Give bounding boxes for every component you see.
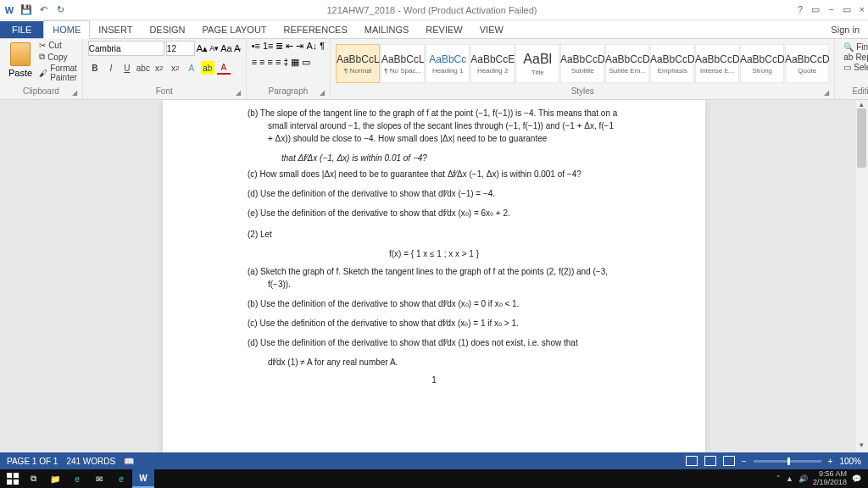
status-page[interactable]: PAGE 1 OF 1 — [7, 457, 58, 466]
zoom-slider[interactable] — [754, 460, 821, 463]
tab-references[interactable]: REFERENCES — [275, 21, 356, 38]
multilevel-icon[interactable]: ≣ — [275, 41, 283, 52]
help-icon[interactable]: ? — [798, 4, 803, 15]
italic-button[interactable]: I — [104, 61, 118, 75]
word-taskbar-icon[interactable]: W — [132, 469, 154, 488]
save-icon[interactable]: 💾 — [20, 4, 32, 16]
proofing-icon[interactable]: 📖 — [124, 457, 134, 466]
bullets-icon[interactable]: •≡ — [252, 41, 260, 52]
bold-button[interactable]: B — [88, 61, 102, 75]
font-color-icon[interactable]: A — [217, 61, 231, 75]
tab-insert[interactable]: INSERT — [90, 21, 141, 38]
doc-text: that Δf⁄Δx (−1, Δx) is within 0.01 of −4… — [248, 152, 620, 164]
edge-icon[interactable]: e — [66, 469, 88, 488]
align-right-icon[interactable]: ≡ — [268, 57, 273, 68]
maximize-icon[interactable]: ▭ — [843, 4, 851, 15]
start-button[interactable] — [3, 469, 22, 488]
close-icon[interactable]: × — [860, 4, 865, 15]
vertical-scrollbar[interactable]: ▴ ▾ — [854, 100, 868, 452]
mail-icon[interactable]: ✉ — [88, 469, 110, 488]
style-heading-1[interactable]: AaBbCcHeading 1 — [426, 44, 470, 83]
style-heading-2[interactable]: AaBbCcEHeading 2 — [470, 44, 515, 83]
style--no-spac-[interactable]: AaBbCcL¶ No Spac... — [381, 44, 425, 83]
clear-format-icon[interactable]: A̶ — [234, 43, 241, 54]
replace-button[interactable]: abReplace — [843, 53, 868, 62]
text-effects-icon[interactable]: A — [185, 61, 198, 75]
zoom-level[interactable]: 100% — [839, 457, 861, 466]
status-words[interactable]: 241 WORDS — [66, 457, 115, 466]
tab-file[interactable]: FILE — [0, 21, 43, 38]
scroll-down-icon[interactable]: ▾ — [855, 441, 868, 452]
sort-icon[interactable]: A↓ — [306, 41, 317, 52]
paste-icon — [10, 42, 31, 66]
decrease-indent-icon[interactable]: ⇤ — [286, 41, 293, 52]
underline-button[interactable]: U — [120, 61, 134, 75]
increase-indent-icon[interactable]: ⇥ — [296, 41, 303, 52]
change-case-icon[interactable]: Aa — [220, 43, 231, 53]
font-name-input[interactable] — [88, 41, 164, 56]
tab-review[interactable]: REVIEW — [417, 21, 470, 38]
minimize-icon[interactable]: − — [828, 4, 833, 15]
doc-text: (d) Use the definition of the derivative… — [248, 336, 620, 349]
style-strong[interactable]: AaBbCcDStrong — [740, 44, 784, 83]
format-painter-button[interactable]: 🖌Format Painter — [39, 64, 77, 82]
styles-gallery[interactable]: AaBbCcL¶ NormalAaBbCcL¶ No Spac...AaBbCc… — [336, 41, 829, 86]
action-center-icon[interactable]: 💬 — [852, 474, 861, 483]
subscript-button[interactable]: x2 — [153, 61, 166, 75]
clipboard-launcher-icon[interactable]: ◢ — [72, 89, 81, 97]
align-center-icon[interactable]: ≡ — [259, 57, 264, 68]
font-size-input[interactable] — [166, 41, 195, 56]
sign-in-link[interactable]: Sign in — [822, 21, 868, 38]
line-spacing-icon[interactable]: ‡ — [283, 57, 288, 68]
tab-mailings[interactable]: MAILINGS — [356, 21, 418, 38]
tray-up-icon[interactable]: ˄ — [776, 474, 781, 483]
read-mode-icon[interactable] — [686, 456, 698, 466]
select-button[interactable]: ▭Select▾ — [843, 63, 868, 72]
align-left-icon[interactable]: ≡ — [252, 57, 257, 68]
show-marks-icon[interactable]: ¶ — [320, 41, 325, 52]
document-area[interactable]: (b) The slope of the tangent line to the… — [0, 100, 868, 452]
superscript-button[interactable]: x2 — [169, 61, 182, 75]
tab-view[interactable]: VIEW — [471, 21, 512, 38]
style-emphasis[interactable]: AaBbCcDEmphasis — [650, 44, 694, 83]
tab-home[interactable]: HOME — [43, 20, 90, 39]
shading-icon[interactable]: ▦ — [291, 57, 299, 68]
grow-font-icon[interactable]: A▴ — [197, 43, 208, 54]
cut-button[interactable]: ✂Cut — [39, 41, 77, 50]
tab-page-layout[interactable]: PAGE LAYOUT — [194, 21, 275, 38]
undo-icon[interactable]: ↶ — [37, 4, 49, 16]
file-explorer-icon[interactable]: 📁 — [44, 469, 66, 488]
style-quote[interactable]: AaBbCcDQuote — [785, 44, 829, 83]
zoom-out-icon[interactable]: − — [742, 457, 747, 466]
scroll-thumb[interactable] — [857, 108, 866, 168]
paste-button[interactable]: Paste — [5, 41, 36, 80]
styles-launcher-icon[interactable]: ◢ — [824, 89, 832, 97]
borders-icon[interactable]: ▭ — [302, 57, 310, 68]
copy-button[interactable]: ⧉Copy — [39, 52, 77, 62]
style--normal[interactable]: AaBbCcL¶ Normal — [336, 44, 380, 83]
redo-icon[interactable]: ↻ — [54, 4, 66, 16]
style-subtitle[interactable]: AaBbCcDSubtitle — [560, 44, 604, 83]
find-button[interactable]: 🔍Find▾ — [843, 42, 868, 52]
ie-icon[interactable]: e — [110, 469, 132, 488]
shrink-font-icon[interactable]: A▾ — [209, 44, 219, 53]
style-subtle-em-[interactable]: AaBbCcDSubtle Em... — [605, 44, 649, 83]
task-view-icon[interactable]: ⧉ — [22, 469, 44, 488]
volume-icon[interactable]: 🔊 — [798, 474, 808, 483]
style-intense-e-[interactable]: AaBbCcDIntense E... — [695, 44, 739, 83]
ribbon-display-icon[interactable]: ▭ — [811, 4, 820, 15]
numbering-icon[interactable]: 1≡ — [263, 41, 274, 52]
network-icon[interactable]: ▲ — [786, 474, 793, 483]
justify-icon[interactable]: ≡ — [275, 57, 281, 68]
paragraph-launcher-icon[interactable]: ◢ — [320, 89, 328, 97]
print-layout-icon[interactable] — [704, 456, 716, 466]
tray-date[interactable]: 2/19/2018 — [813, 479, 847, 487]
document-page[interactable]: (b) The slope of the tangent line to the… — [163, 100, 705, 452]
strike-button[interactable]: abc — [136, 61, 150, 75]
zoom-in-icon[interactable]: + — [828, 457, 833, 466]
style-title[interactable]: AaBlTitle — [515, 44, 559, 83]
highlight-icon[interactable]: ab — [201, 61, 214, 75]
font-launcher-icon[interactable]: ◢ — [236, 89, 244, 97]
tab-design[interactable]: DESIGN — [141, 21, 193, 38]
web-layout-icon[interactable] — [723, 456, 735, 466]
